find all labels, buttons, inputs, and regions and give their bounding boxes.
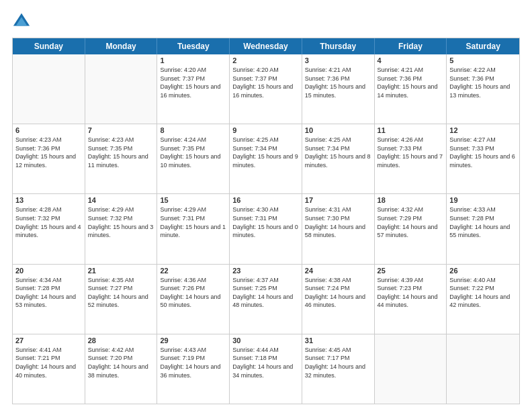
day-info: Sunrise: 4:25 AM Sunset: 7:34 PM Dayligh…	[232, 136, 299, 169]
day-info: Sunrise: 4:35 AM Sunset: 7:27 PM Dayligh…	[88, 276, 154, 310]
day-number: 23	[232, 267, 299, 275]
calendar-cell: 26Sunrise: 4:40 AM Sunset: 7:22 PM Dayli…	[447, 265, 519, 334]
day-info: Sunrise: 4:42 AM Sunset: 7:20 PM Dayligh…	[88, 346, 154, 379]
calendar-row-4: 27Sunrise: 4:41 AM Sunset: 7:21 PM Dayli…	[13, 334, 519, 404]
day-number: 27	[15, 336, 82, 345]
day-number: 3	[305, 56, 371, 64]
day-number: 18	[378, 196, 444, 204]
header	[12, 12, 520, 31]
day-info: Sunrise: 4:21 AM Sunset: 7:36 PM Dayligh…	[378, 66, 444, 99]
header-day-saturday: Saturday	[447, 38, 519, 54]
calendar-row-0: 1Sunrise: 4:20 AM Sunset: 7:37 PM Daylig…	[13, 54, 519, 124]
day-info: Sunrise: 4:39 AM Sunset: 7:23 PM Dayligh…	[378, 276, 444, 310]
calendar-cell: 19Sunrise: 4:33 AM Sunset: 7:28 PM Dayli…	[447, 194, 519, 263]
calendar-cell: 27Sunrise: 4:41 AM Sunset: 7:21 PM Dayli…	[13, 334, 85, 404]
day-number: 2	[232, 56, 299, 64]
calendar-row-3: 20Sunrise: 4:34 AM Sunset: 7:28 PM Dayli…	[13, 264, 519, 334]
header-day-tuesday: Tuesday	[157, 38, 230, 54]
day-info: Sunrise: 4:40 AM Sunset: 7:22 PM Dayligh…	[449, 276, 517, 310]
day-info: Sunrise: 4:29 AM Sunset: 7:31 PM Dayligh…	[160, 205, 226, 239]
day-info: Sunrise: 4:34 AM Sunset: 7:28 PM Dayligh…	[15, 276, 82, 310]
logo-icon	[12, 12, 31, 31]
day-info: Sunrise: 4:37 AM Sunset: 7:25 PM Dayligh…	[232, 276, 299, 310]
day-info: Sunrise: 4:43 AM Sunset: 7:19 PM Dayligh…	[160, 346, 226, 379]
day-info: Sunrise: 4:36 AM Sunset: 7:26 PM Dayligh…	[160, 276, 226, 310]
day-number: 10	[305, 126, 371, 134]
header-day-friday: Friday	[375, 38, 447, 54]
calendar-cell: 5Sunrise: 4:22 AM Sunset: 7:36 PM Daylig…	[447, 54, 519, 124]
logo	[12, 12, 34, 31]
day-number: 14	[88, 196, 154, 204]
calendar-cell: 16Sunrise: 4:30 AM Sunset: 7:31 PM Dayli…	[230, 194, 302, 263]
calendar-body: 1Sunrise: 4:20 AM Sunset: 7:37 PM Daylig…	[13, 54, 519, 404]
day-number: 24	[305, 267, 371, 275]
day-number: 13	[15, 196, 82, 204]
day-info: Sunrise: 4:38 AM Sunset: 7:24 PM Dayligh…	[305, 276, 371, 310]
day-number: 30	[232, 336, 299, 345]
day-info: Sunrise: 4:33 AM Sunset: 7:28 PM Dayligh…	[449, 205, 517, 239]
day-info: Sunrise: 4:31 AM Sunset: 7:30 PM Dayligh…	[305, 205, 371, 239]
calendar-cell: 2Sunrise: 4:20 AM Sunset: 7:37 PM Daylig…	[230, 54, 302, 124]
header-day-thursday: Thursday	[302, 38, 375, 54]
calendar: SundayMondayTuesdayWednesdayThursdayFrid…	[12, 38, 520, 404]
day-info: Sunrise: 4:20 AM Sunset: 7:37 PM Dayligh…	[232, 66, 299, 99]
calendar-cell: 1Sunrise: 4:20 AM Sunset: 7:37 PM Daylig…	[157, 54, 230, 124]
day-number: 9	[232, 126, 299, 134]
calendar-header: SundayMondayTuesdayWednesdayThursdayFrid…	[13, 38, 519, 54]
day-number: 22	[160, 267, 226, 275]
calendar-cell: 14Sunrise: 4:29 AM Sunset: 7:32 PM Dayli…	[85, 194, 158, 263]
calendar-cell: 9Sunrise: 4:25 AM Sunset: 7:34 PM Daylig…	[230, 124, 302, 193]
calendar-cell: 30Sunrise: 4:44 AM Sunset: 7:18 PM Dayli…	[230, 334, 302, 404]
day-info: Sunrise: 4:41 AM Sunset: 7:21 PM Dayligh…	[15, 346, 82, 379]
day-number: 21	[88, 267, 154, 275]
calendar-cell: 11Sunrise: 4:26 AM Sunset: 7:33 PM Dayli…	[375, 124, 447, 193]
calendar-cell	[13, 54, 85, 124]
day-number: 20	[15, 267, 82, 275]
day-info: Sunrise: 4:26 AM Sunset: 7:33 PM Dayligh…	[378, 136, 444, 169]
calendar-cell: 24Sunrise: 4:38 AM Sunset: 7:24 PM Dayli…	[302, 265, 375, 334]
day-info: Sunrise: 4:29 AM Sunset: 7:32 PM Dayligh…	[88, 205, 154, 239]
day-number: 4	[378, 56, 444, 64]
calendar-cell: 8Sunrise: 4:24 AM Sunset: 7:35 PM Daylig…	[157, 124, 230, 193]
calendar-cell: 4Sunrise: 4:21 AM Sunset: 7:36 PM Daylig…	[375, 54, 447, 124]
day-number: 6	[15, 126, 82, 134]
day-info: Sunrise: 4:23 AM Sunset: 7:35 PM Dayligh…	[88, 136, 154, 169]
day-info: Sunrise: 4:45 AM Sunset: 7:17 PM Dayligh…	[305, 346, 371, 379]
calendar-row-1: 6Sunrise: 4:23 AM Sunset: 7:36 PM Daylig…	[13, 124, 519, 193]
calendar-cell: 25Sunrise: 4:39 AM Sunset: 7:23 PM Dayli…	[375, 265, 447, 334]
calendar-cell: 17Sunrise: 4:31 AM Sunset: 7:30 PM Dayli…	[302, 194, 375, 263]
day-number: 28	[88, 336, 154, 345]
day-number: 16	[232, 196, 299, 204]
calendar-cell: 12Sunrise: 4:27 AM Sunset: 7:33 PM Dayli…	[447, 124, 519, 193]
calendar-cell: 7Sunrise: 4:23 AM Sunset: 7:35 PM Daylig…	[85, 124, 158, 193]
calendar-cell: 23Sunrise: 4:37 AM Sunset: 7:25 PM Dayli…	[230, 265, 302, 334]
page: SundayMondayTuesdayWednesdayThursdayFrid…	[0, 0, 532, 411]
calendar-cell: 3Sunrise: 4:21 AM Sunset: 7:36 PM Daylig…	[302, 54, 375, 124]
day-number: 1	[160, 56, 226, 64]
day-number: 29	[160, 336, 226, 345]
calendar-cell: 6Sunrise: 4:23 AM Sunset: 7:36 PM Daylig…	[13, 124, 85, 193]
day-info: Sunrise: 4:32 AM Sunset: 7:29 PM Dayligh…	[378, 205, 444, 239]
calendar-row-2: 13Sunrise: 4:28 AM Sunset: 7:32 PM Dayli…	[13, 193, 519, 263]
day-number: 15	[160, 196, 226, 204]
day-info: Sunrise: 4:21 AM Sunset: 7:36 PM Dayligh…	[305, 66, 371, 99]
calendar-cell: 22Sunrise: 4:36 AM Sunset: 7:26 PM Dayli…	[157, 265, 230, 334]
calendar-cell: 31Sunrise: 4:45 AM Sunset: 7:17 PM Dayli…	[302, 334, 375, 404]
calendar-cell: 15Sunrise: 4:29 AM Sunset: 7:31 PM Dayli…	[157, 194, 230, 263]
day-info: Sunrise: 4:24 AM Sunset: 7:35 PM Dayligh…	[160, 136, 226, 169]
day-info: Sunrise: 4:27 AM Sunset: 7:33 PM Dayligh…	[449, 136, 517, 169]
calendar-cell: 29Sunrise: 4:43 AM Sunset: 7:19 PM Dayli…	[157, 334, 230, 404]
day-info: Sunrise: 4:25 AM Sunset: 7:34 PM Dayligh…	[305, 136, 371, 169]
day-info: Sunrise: 4:23 AM Sunset: 7:36 PM Dayligh…	[15, 136, 82, 169]
day-number: 31	[305, 336, 371, 345]
calendar-cell: 28Sunrise: 4:42 AM Sunset: 7:20 PM Dayli…	[85, 334, 158, 404]
day-number: 11	[378, 126, 444, 134]
calendar-cell: 21Sunrise: 4:35 AM Sunset: 7:27 PM Dayli…	[85, 265, 158, 334]
day-info: Sunrise: 4:20 AM Sunset: 7:37 PM Dayligh…	[160, 66, 226, 99]
day-info: Sunrise: 4:30 AM Sunset: 7:31 PM Dayligh…	[232, 205, 299, 239]
day-info: Sunrise: 4:44 AM Sunset: 7:18 PM Dayligh…	[232, 346, 299, 379]
header-day-wednesday: Wednesday	[230, 38, 302, 54]
day-number: 12	[449, 126, 517, 134]
day-number: 17	[305, 196, 371, 204]
day-number: 7	[88, 126, 154, 134]
